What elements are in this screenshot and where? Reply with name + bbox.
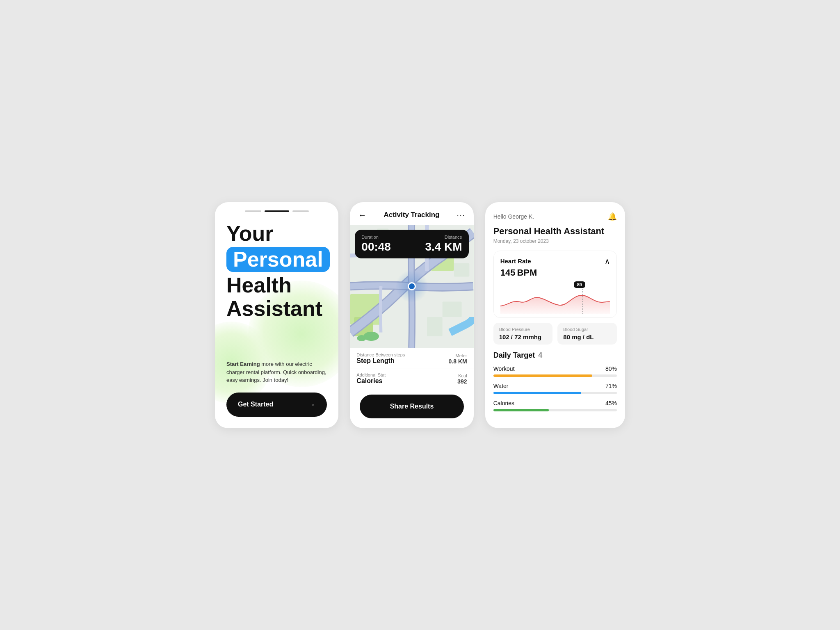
step-length-right: Meter 0.8 KM bbox=[449, 353, 467, 365]
calories-right: Kcal 392 bbox=[457, 373, 467, 385]
greeting-text: Hello George K. bbox=[493, 213, 534, 220]
screen-onboarding: Your Personal Health Assistant Start Ear… bbox=[215, 202, 338, 428]
indicator-dot-1 bbox=[245, 210, 261, 212]
blood-pressure-card: Blood Pressure 102 / 72 mmhg bbox=[493, 323, 553, 345]
calories-dt-pct: 45% bbox=[605, 400, 617, 406]
daily-target-header: Daily Target 4 bbox=[493, 351, 617, 360]
step-length-label: Distance Between steps bbox=[356, 352, 405, 357]
distance-value: 3.4 KM bbox=[425, 240, 462, 253]
calories-dt-label: Calories bbox=[493, 400, 514, 406]
hero-line-3: Health bbox=[226, 274, 327, 297]
more-button[interactable]: ··· bbox=[457, 211, 466, 219]
hero-highlight: Personal bbox=[226, 247, 330, 272]
activity-header: ← Activity Tracking ··· bbox=[350, 202, 473, 225]
water-label: Water bbox=[493, 383, 509, 389]
greeting-row: Hello George K. 🔔 bbox=[493, 212, 617, 221]
calories-label: Additional Stat bbox=[356, 372, 386, 377]
blood-sugar-card: Blood Sugar 80 mg / dL bbox=[557, 323, 617, 345]
map-stat-overlay: Duration 00:48 Distance 3.4 KM bbox=[355, 230, 468, 258]
cta-wrapper: Share Results bbox=[350, 388, 473, 428]
indicator-dot-3 bbox=[292, 210, 309, 212]
calories-header: Calories 45% bbox=[493, 400, 617, 406]
svg-rect-8 bbox=[443, 301, 462, 317]
water-bar-fill bbox=[493, 392, 581, 394]
bp-value: 102 / 72 mmhg bbox=[499, 333, 547, 340]
bp-label: Blood Pressure bbox=[499, 327, 547, 332]
svg-point-4 bbox=[357, 335, 367, 341]
location-dot bbox=[408, 282, 416, 290]
calories-bar-fill bbox=[493, 409, 549, 411]
bs-label: Blood Sugar bbox=[563, 327, 611, 332]
subtitle-bold: Start Earning bbox=[226, 361, 260, 367]
hero-line-4: Assistant bbox=[226, 297, 327, 320]
hr-badge: 89 bbox=[574, 281, 585, 288]
arrow-icon: → bbox=[307, 400, 315, 409]
svg-rect-10 bbox=[454, 263, 470, 276]
stat-row-steps: Distance Between steps Step Length Meter… bbox=[350, 348, 473, 368]
target-item-workout: Workout 80% bbox=[493, 365, 617, 377]
svg-rect-9 bbox=[427, 317, 443, 336]
onboarding-content: Your Personal Health Assistant Start Ear… bbox=[215, 215, 338, 428]
onboarding-footer: Start Earning more with our electric cha… bbox=[226, 352, 327, 417]
health-title: Personal Health Assistant bbox=[493, 226, 617, 237]
share-results-button[interactable]: Share Results bbox=[360, 395, 463, 418]
workout-pct: 80% bbox=[605, 365, 617, 372]
step-length-value: Step Length bbox=[356, 357, 405, 365]
water-bar-bg bbox=[493, 392, 617, 394]
vitals-row: Blood Pressure 102 / 72 mmhg Blood Sugar… bbox=[493, 323, 617, 345]
duration-stat: Duration 00:48 bbox=[361, 235, 391, 253]
map-container: Duration 00:48 Distance 3.4 KM bbox=[350, 225, 473, 348]
workout-bar-fill bbox=[493, 374, 592, 377]
hr-title: Heart Rate bbox=[500, 258, 531, 265]
back-button[interactable]: ← bbox=[358, 210, 366, 220]
indicator-dot-active bbox=[265, 210, 289, 212]
heart-rate-section: Heart Rate ∧ 145BPM 89 bbox=[493, 251, 617, 318]
duration-label: Duration bbox=[361, 235, 391, 240]
bs-value: 80 mg / dL bbox=[563, 333, 611, 340]
bell-icon[interactable]: 🔔 bbox=[608, 212, 617, 221]
hero-text: Your Personal Health Assistant bbox=[226, 222, 327, 321]
health-date: Monday, 23 october 2023 bbox=[493, 238, 617, 244]
subtitle-text: Start Earning more with our electric cha… bbox=[226, 360, 327, 384]
stat-row-calories: Additional Stat Calories Kcal 392 bbox=[350, 368, 473, 388]
get-started-label: Get Started bbox=[238, 401, 273, 408]
hr-collapse-icon[interactable]: ∧ bbox=[605, 257, 610, 266]
water-header: Water 71% bbox=[493, 383, 617, 389]
step-unit: Meter bbox=[449, 353, 467, 358]
target-item-water: Water 71% bbox=[493, 383, 617, 394]
workout-header: Workout 80% bbox=[493, 365, 617, 372]
hr-chart-svg bbox=[500, 281, 610, 314]
hero-line-1: Your bbox=[226, 222, 327, 245]
hr-value: 145 bbox=[500, 267, 516, 278]
top-bar bbox=[215, 202, 338, 215]
hr-unit: BPM bbox=[517, 267, 537, 278]
daily-target-title: Daily Target bbox=[493, 351, 535, 360]
activity-title: Activity Tracking bbox=[383, 211, 439, 219]
daily-target-count: 4 bbox=[538, 351, 542, 360]
duration-value: 00:48 bbox=[361, 240, 391, 253]
get-started-button[interactable]: Get Started → bbox=[226, 393, 327, 417]
distance-label: Distance bbox=[425, 235, 462, 240]
calories-bar-bg bbox=[493, 409, 617, 411]
step-length-left: Distance Between steps Step Length bbox=[356, 352, 405, 365]
hr-chart: 89 bbox=[500, 281, 610, 314]
hr-header: Heart Rate ∧ bbox=[500, 257, 610, 266]
svg-point-3 bbox=[364, 331, 379, 341]
hr-bpm: 145BPM bbox=[500, 267, 610, 278]
screen-health: Hello George K. 🔔 Personal Health Assist… bbox=[485, 202, 625, 428]
workout-label: Workout bbox=[493, 365, 515, 372]
activity-stats: Distance Between steps Step Length Meter… bbox=[350, 348, 473, 388]
screens-container: Your Personal Health Assistant Start Ear… bbox=[215, 202, 625, 428]
target-item-calories: Calories 45% bbox=[493, 400, 617, 411]
workout-bar-bg bbox=[493, 374, 617, 377]
step-unit-value: 0.8 KM bbox=[449, 358, 467, 365]
kcal-value: 392 bbox=[457, 378, 467, 385]
screen-activity: ← Activity Tracking ··· bbox=[350, 202, 473, 428]
water-pct: 71% bbox=[605, 383, 617, 389]
calories-left: Additional Stat Calories bbox=[356, 372, 386, 385]
kcal-unit: Kcal bbox=[457, 373, 467, 378]
distance-stat: Distance 3.4 KM bbox=[425, 235, 462, 253]
daily-target-section: Daily Target 4 Workout 80% Water 71% bbox=[493, 351, 617, 417]
calories-value: Calories bbox=[356, 377, 386, 385]
